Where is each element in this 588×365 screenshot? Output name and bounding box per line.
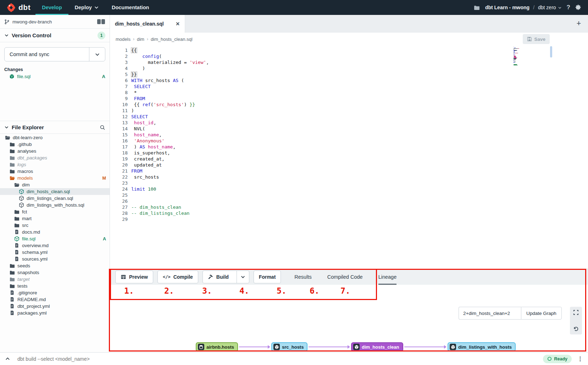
reset-view-icon[interactable] [573,326,579,332]
lineage-edge [404,347,444,347]
sidebar: mwong-dev-branch Version Control 1 Commi… [0,15,110,352]
tree-item-dim[interactable]: dim [0,181,110,188]
lineage-node-dim-listings-with-hosts[interactable]: dim_listings_with_hosts [448,342,516,352]
lineage-node-dim-hosts-clean[interactable]: dim_hosts_clean [351,342,403,352]
help-icon[interactable]: ? [567,4,570,11]
chevron-down-icon [4,125,9,130]
tree-item-dbt-learn-zero[interactable]: dbt-learn-zero [0,134,110,141]
commit-options-caret[interactable] [89,48,105,61]
tree-item-mart[interactable]: mart [0,215,110,222]
tree-item-snapshots[interactable]: snapshots [0,269,110,276]
command-input[interactable] [17,356,543,362]
minimap [514,47,526,66]
tree-item-fct[interactable]: fct [0,208,110,215]
tree-item-schema-yml[interactable]: schema.yml [0,249,110,256]
line-number: 12 [110,114,128,120]
tree-item-analyses[interactable]: analyses [0,148,110,154]
close-icon[interactable]: ✕ [176,21,180,27]
commit-and-sync-button[interactable]: Commit and sync [4,47,105,61]
nav-item-develop[interactable]: Develop [35,0,68,15]
tree-item-src[interactable]: src [0,222,110,229]
nav-items: DevelopDeployDocumentation [35,0,155,15]
code-line: FROM [131,168,209,174]
changed-file-row[interactable]: file.sql A [0,73,110,80]
build-button[interactable]: Build [203,271,249,283]
build-options-caret[interactable] [237,271,249,283]
preview-button[interactable]: Preview [115,271,153,283]
code-line: FROM [131,96,209,102]
folder-icon [474,4,480,11]
format-button[interactable]: Format [254,271,281,283]
tree-item-dim-hosts-clean-sql[interactable]: dim_hosts_clean.sql [0,188,110,195]
line-number: 24 [110,186,128,192]
dbt-logo-icon [6,3,16,12]
logo-text: dbt [18,3,30,12]
code-line: * [131,89,209,96]
file-tab-label: dim_hosts_clean.sql [115,21,164,27]
new-tab-plus-icon[interactable]: + [575,20,583,28]
chevron-up-icon[interactable] [5,356,10,361]
search-icon[interactable] [100,125,105,130]
branch-name: mwong-dev-branch [12,19,52,24]
tree-item-target[interactable]: target [0,276,110,283]
tree-item-logs[interactable]: logs [0,161,110,168]
lineage-node-src-hosts[interactable]: src_hosts [271,342,307,352]
tree-item-seeds[interactable]: seeds [0,262,110,269]
breadcrumb-part[interactable]: models [116,37,131,42]
tree-item-docs-md[interactable]: docs.md [0,229,110,235]
nav-item-documentation[interactable]: Documentation [105,0,156,15]
tree-item--github[interactable]: .github [0,141,110,148]
line-number: 23 [110,180,128,186]
changes-label: Changes [0,65,110,73]
environment-selector[interactable]: dbt zero [538,5,562,10]
code-line: host_name, [131,132,209,138]
grid-icon [121,274,126,280]
fullscreen-icon[interactable] [573,310,579,315]
nav-right: dbt Learn - mwong / dbt zero ? [474,0,588,15]
lineage-node-airbnb-hosts[interactable]: airbnb.hosts [196,342,238,352]
tree-item-dim-listings-clean-sql[interactable]: dim_listings_clean.sql [0,195,110,202]
git-status-badge: A [103,236,106,241]
kebab-menu-icon[interactable]: ⋮ [577,358,583,360]
branch-row[interactable]: mwong-dev-branch [0,15,110,29]
update-graph-button[interactable]: Update Graph [521,307,562,320]
seed-icon [198,344,204,350]
tree-item--gitignore[interactable]: .gitignore [0,289,110,296]
panel-tabs: ResultsCompiled CodeLineage [294,269,396,285]
file-tab[interactable]: dim_hosts_clean.sql ✕ [110,15,185,33]
lineage-selector-input[interactable] [459,307,521,320]
version-control-header[interactable]: Version Control 1 [0,29,110,42]
nav-item-deploy[interactable]: Deploy [68,0,105,15]
tree-item-models[interactable]: modelsM [0,175,110,181]
gear-icon[interactable] [575,4,582,11]
file-explorer-header[interactable]: File Explorer [0,121,110,134]
account-breadcrumb[interactable]: dbt Learn - mwong / dbt zero [485,5,562,10]
tree-item-overview-md[interactable]: overview.md [0,242,110,249]
breadcrumb-part[interactable]: dim_hosts_clean.sql [151,37,193,42]
compile-button[interactable]: </>Compile [157,271,198,283]
tab-results[interactable]: Results [294,269,311,285]
tree-item-file-sql[interactable]: file.sqlA [0,235,110,242]
editor-scrollbar[interactable] [550,46,552,58]
tree-item-packages-yml[interactable]: packages.yml [0,310,110,316]
tree-item-macros[interactable]: macros [0,168,110,175]
tree-item-dbt-project-yml[interactable]: dbt_project.yml [0,303,110,310]
breadcrumb-part[interactable]: dim [137,37,144,42]
docs-book-icon[interactable] [97,19,105,24]
model-cube-icon [14,236,20,241]
tab-lineage[interactable]: Lineage [378,269,397,285]
code-line: updated_at [131,162,209,168]
tree-item-dbt-packages[interactable]: dbt_packages [0,154,110,161]
line-number: 29 [110,216,128,222]
dbt-logo[interactable]: dbt [0,0,35,15]
tree-item-sources-yml[interactable]: sources.yml [0,256,110,262]
tree-item-readme-md[interactable]: README.md [0,296,110,303]
code-editor[interactable]: 1234567891011121314151617181920212223242… [110,45,588,269]
line-numbers: 1234567891011121314151617181920212223242… [110,47,128,222]
tree-item-dim-listings-with-hosts-sql[interactable]: dim_listings_with_hosts.sql [0,202,110,208]
tree-item-tests[interactable]: tests [0,283,110,289]
tab-compiled-code[interactable]: Compiled Code [327,269,363,285]
save-button[interactable]: Save [523,34,550,44]
folder-icon [5,135,10,140]
line-number: 8 [110,89,128,96]
